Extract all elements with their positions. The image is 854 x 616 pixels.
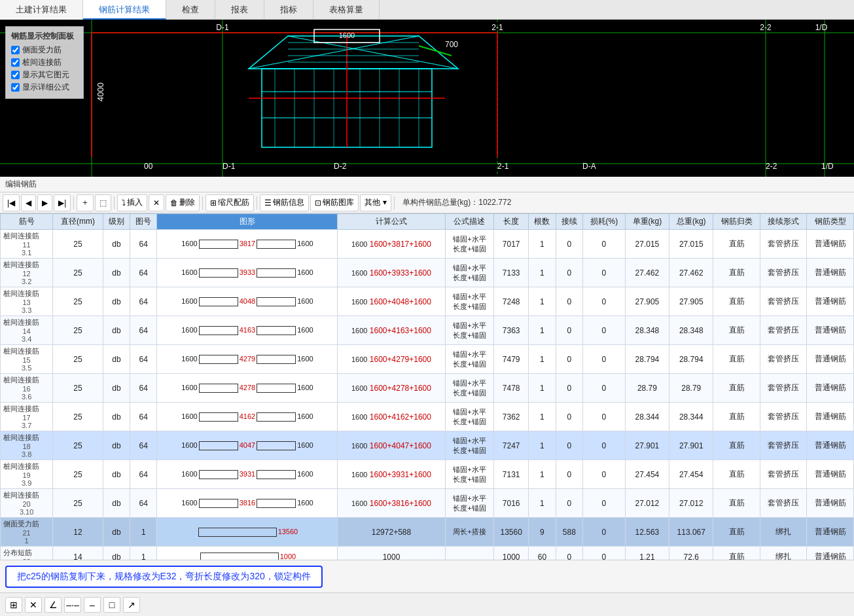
rebar-table-wrap[interactable]: 筋号 直径(mm) 级别 图号 图形 计算公式 公式描述 长度 根数 接续 损耗… (0, 213, 854, 560)
svg-text:00: 00 (144, 162, 153, 171)
option-pile-rebar[interactable]: 桩间连接筋 (11, 57, 78, 68)
cell-shape-no: 64 (130, 230, 157, 259)
scale-rebar-btn[interactable]: ⊞ 缩尺配筋 (205, 194, 254, 211)
cell-shape-no: 64 (130, 374, 157, 403)
cell-grade: db (103, 230, 130, 259)
cell-shape-no: 1 (130, 518, 157, 547)
cell-rebar-type: 普通钢筋 (807, 431, 854, 460)
first-btn[interactable]: |◀ (3, 194, 20, 211)
tab-check[interactable]: 检查 (166, 0, 215, 20)
cell-shape-no: 64 (130, 403, 157, 431)
cell-count: 1 (529, 374, 556, 403)
cell-diam: 25 (53, 460, 103, 489)
table-row[interactable]: 桩间连接筋133.325db641600404816001600 1600+40… (1, 287, 854, 316)
table-row[interactable]: 桩间连接筋183.825db641600404716001600 1600+40… (1, 431, 854, 460)
bottom-toolbar: ⊞ ✕ ∠ –·– – □ ↗ (0, 592, 854, 616)
col-loss: 损耗(%) (583, 214, 626, 230)
col-unit-wt: 单重(kg) (625, 214, 669, 230)
cell-total-wt: 28.348 (669, 316, 713, 345)
tab-rebar[interactable]: 钢筋计算结果 (83, 0, 166, 20)
last-btn[interactable]: ▶| (54, 194, 71, 211)
cell-len: 7248 (494, 287, 529, 316)
table-row[interactable]: 桩间连接筋153.525db641600427916001600 1600+42… (1, 345, 854, 374)
cell-total-wt: 28.794 (669, 345, 713, 374)
cell-splice: 0 (556, 259, 582, 287)
add-btn[interactable]: ＋ (77, 194, 94, 211)
cell-splice-type: 套管挤压 (760, 259, 806, 287)
col-shape: 图形 (157, 214, 338, 230)
cell-diam: 25 (53, 287, 103, 316)
cell-formula: 1600 1600+4278+1600 (338, 374, 445, 403)
segment2-btn[interactable]: – (84, 597, 101, 613)
tab-table-calc[interactable]: 表格算量 (313, 0, 380, 20)
cell-num: 桩间连接筋163.6 (1, 374, 53, 403)
col-count: 根数 (529, 214, 556, 230)
option-show-other[interactable]: 显示其它图元 (11, 69, 78, 81)
col-rebar-type: 钢筋类型 (807, 214, 854, 230)
table-row[interactable]: 桩间连接筋173.725db641600416216001600 1600+41… (1, 403, 854, 431)
cell-splice-type: 套管挤压 (760, 431, 806, 460)
copy-btn[interactable]: ⬚ (95, 194, 111, 211)
cell-formula: 1000 (338, 547, 445, 560)
cell-shape-no: 64 (130, 287, 157, 316)
cell-total-wt: 28.79 (669, 374, 713, 403)
arrow-btn[interactable]: ↗ (123, 597, 140, 613)
grid-btn[interactable]: ⊞ (5, 597, 22, 613)
cell-unit-wt: 12.563 (625, 518, 669, 547)
table-row[interactable]: 分布短筋2214db110001000100060001.2172.6直筋绑扎普… (1, 547, 854, 560)
cell-shape-no: 64 (130, 460, 157, 489)
table-row[interactable]: 桩间连接筋163.625db641600427816001600 1600+42… (1, 374, 854, 403)
angle-btn[interactable]: ∠ (44, 597, 62, 613)
cell-shape-no: 64 (130, 259, 157, 287)
table-row[interactable]: 桩间连接筋113.125db641600381716001600 1600+38… (1, 230, 854, 259)
rebar-table: 筋号 直径(mm) 级别 图号 图形 计算公式 公式描述 长度 根数 接续 损耗… (0, 213, 854, 560)
cell-rebar-type: 普通钢筋 (807, 345, 854, 374)
cell-count: 1 (529, 316, 556, 345)
annotation-text: 把c25的钢筋复制下来，规格修改为E32，弯折长度修改为320，锁定构件 (17, 571, 311, 581)
cell-total-wt: 113.067 (669, 518, 713, 547)
cell-count: 1 (529, 287, 556, 316)
cell-grade: db (103, 316, 130, 345)
tab-index[interactable]: 指标 (264, 0, 313, 20)
cell-rebar-type: 普通钢筋 (807, 403, 854, 431)
top-tabs: 土建计算结果 钢筋计算结果 检查 报表 指标 表格算量 (0, 0, 854, 20)
cell-loss: 0 (583, 287, 626, 316)
rebar-info-btn[interactable]: ☰ 钢筋信息 (260, 194, 309, 211)
table-row[interactable]: 桩间连接筋123.225db641600393316001600 1600+39… (1, 259, 854, 287)
insert-btn[interactable]: ⤵ 插入 (117, 194, 147, 211)
table-row[interactable]: 桩间连接筋143.425db641600416316001600 1600+41… (1, 316, 854, 345)
svg-text:2-2: 2-2 (760, 23, 772, 32)
cell-count: 1 (529, 489, 556, 518)
next-btn[interactable]: ▶ (37, 194, 52, 211)
table-row[interactable]: 侧面受力筋21112db11356012972+588周长+搭接13560958… (1, 518, 854, 547)
cell-formula: 1600 1600+3816+1600 (338, 489, 445, 518)
square-btn[interactable]: □ (103, 597, 120, 613)
delete-btn[interactable]: 🗑 删除 (166, 194, 200, 211)
col-formula: 计算公式 (338, 214, 445, 230)
option-show-formula[interactable]: 显示详细公式 (11, 82, 78, 93)
table-row[interactable]: 桩间连接筋203.1025db641600381616001600 1600+3… (1, 489, 854, 518)
close-small-btn[interactable]: ✕ (25, 597, 42, 613)
cell-loss: 0 (583, 230, 626, 259)
cell-shape: 160039311600 (157, 460, 338, 489)
svg-text:2-1: 2-1 (497, 162, 509, 171)
tab-civil[interactable]: 土建计算结果 (0, 0, 83, 20)
table-row[interactable]: 桩间连接筋193.925db641600393116001600 1600+39… (1, 460, 854, 489)
cell-grade: db (103, 460, 130, 489)
rebar-diagram-btn[interactable]: ⊡ 钢筋图库 (310, 194, 359, 211)
insert-label: 插入 (127, 197, 143, 208)
cell-formula: 1600 1600+4162+1600 (338, 403, 445, 431)
tab-report[interactable]: 报表 (215, 0, 264, 20)
cell-shape: 160041621600 (157, 403, 338, 431)
delete-x-btn[interactable]: ✕ (149, 194, 164, 211)
cell-rebar-type: 普通钢筋 (807, 374, 854, 403)
diagram-label: 钢筋图库 (323, 197, 354, 208)
cell-grade: db (103, 374, 130, 403)
cell-count: 9 (529, 518, 556, 547)
scale-icon: ⊞ (210, 198, 217, 208)
cell-shape: 160042791600 (157, 345, 338, 374)
option-side-rebar[interactable]: 侧面受力筋 (11, 45, 78, 56)
segment-btn[interactable]: –·– (64, 597, 81, 613)
other-btn[interactable]: 其他 ▾ (360, 194, 391, 211)
prev-btn[interactable]: ◀ (21, 194, 36, 211)
